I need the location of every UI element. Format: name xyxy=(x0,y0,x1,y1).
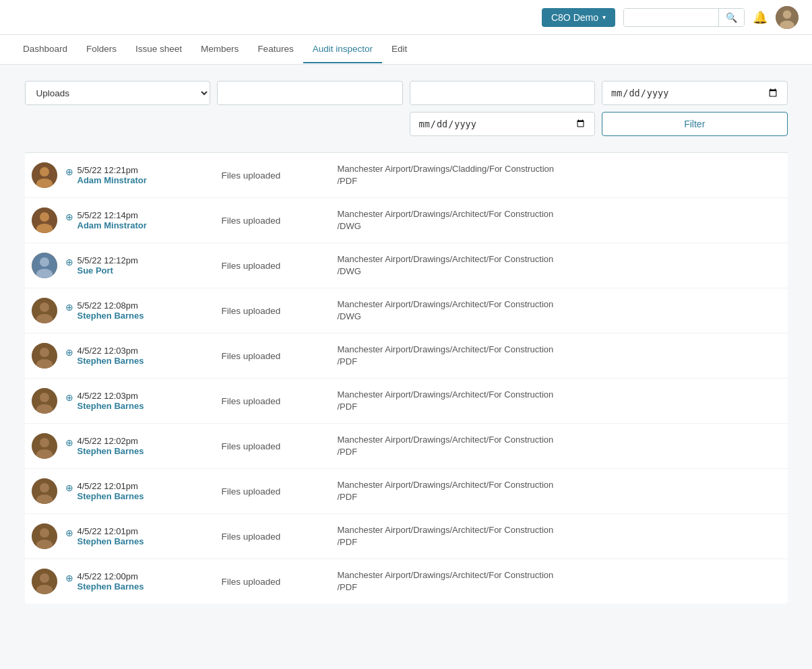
event-time: 4/5/22 12:00pm xyxy=(77,571,144,581)
event-action: Files uploaded xyxy=(222,441,330,451)
event-meta: 5/5/22 12:12pm Sue Port xyxy=(77,255,138,276)
search-icon: 🔍 xyxy=(726,12,737,23)
event-user: Stephen Barnes xyxy=(77,446,144,456)
event-user: Stephen Barnes xyxy=(77,401,144,411)
audit-row: ⊕ 4/5/22 12:01pm Stephen Barnes Files up… xyxy=(25,469,788,514)
event-path: Manchester Airport/Drawings/Architect/Fo… xyxy=(338,569,781,594)
type-filter-select[interactable]: Uploads xyxy=(25,81,211,105)
event-user: Stephen Barnes xyxy=(77,491,144,501)
plus-icon: ⊕ xyxy=(65,212,73,222)
nav-edit[interactable]: Edit xyxy=(382,36,416,63)
event-info: ⊕ 4/5/22 12:02pm Stephen Barnes xyxy=(65,436,214,456)
user-avatar xyxy=(32,478,57,504)
event-action: Files uploaded xyxy=(222,306,330,316)
dropdown-arrow-icon: ▾ xyxy=(602,13,606,21)
plus-icon: ⊕ xyxy=(65,392,73,403)
event-info: ⊕ 5/5/22 12:08pm Stephen Barnes xyxy=(65,300,214,321)
event-time: 4/5/22 12:01pm xyxy=(77,526,144,536)
user-filter-input[interactable] xyxy=(217,81,403,105)
date-from-input[interactable] xyxy=(410,112,596,136)
audit-list: ⊕ 5/5/22 12:21pm Adam Minstrator Files u… xyxy=(25,153,788,604)
plus-icon: ⊕ xyxy=(65,166,73,177)
event-info: ⊕ 4/5/22 12:03pm Stephen Barnes xyxy=(65,346,214,366)
event-meta: 4/5/22 12:02pm Stephen Barnes xyxy=(77,436,144,456)
svg-point-25 xyxy=(40,483,49,492)
svg-point-7 xyxy=(40,212,49,222)
search-button[interactable]: 🔍 xyxy=(718,9,744,26)
plus-icon: ⊕ xyxy=(65,257,73,267)
event-path: Manchester Airport/Drawings/Cladding/For… xyxy=(338,163,781,187)
event-user: Stephen Barnes xyxy=(77,536,144,546)
filter-bar: Uploads Filter xyxy=(25,81,788,136)
audit-row: ⊕ 5/5/22 12:12pm Sue Port Files uploaded… xyxy=(25,243,788,288)
event-time: 4/5/22 12:02pm xyxy=(77,436,144,446)
event-path: Manchester Airport/Drawings/Architect/Fo… xyxy=(338,524,781,548)
search-input[interactable] xyxy=(624,9,718,26)
event-action: Files uploaded xyxy=(222,351,330,361)
event-info: ⊕ 5/5/22 12:12pm Sue Port xyxy=(65,255,214,276)
event-action: Files uploaded xyxy=(222,261,330,271)
event-action: Files uploaded xyxy=(222,486,330,497)
plus-icon: ⊕ xyxy=(65,347,73,358)
nav-features[interactable]: Features xyxy=(248,36,303,63)
nav-members[interactable]: Members xyxy=(191,36,248,63)
event-user: Adam Minstrator xyxy=(77,175,147,185)
svg-point-1 xyxy=(783,10,792,19)
event-user: Stephen Barnes xyxy=(77,311,144,321)
plus-icon: ⊕ xyxy=(65,528,73,538)
search-bar: 🔍 xyxy=(623,8,745,27)
event-time: 5/5/22 12:14pm xyxy=(77,210,147,220)
user-avatar xyxy=(32,569,57,594)
event-meta: 4/5/22 12:01pm Stephen Barnes xyxy=(77,481,144,501)
event-filter-input[interactable] xyxy=(410,81,596,105)
filter-button[interactable]: Filter xyxy=(602,112,788,136)
event-user: Adam Minstrator xyxy=(77,220,147,230)
audit-row: ⊕ 4/5/22 12:01pm Stephen Barnes Files up… xyxy=(25,514,788,559)
nav-dashboard[interactable]: Dashboard xyxy=(13,36,77,63)
date-to-input[interactable] xyxy=(602,81,788,105)
user-avatar[interactable] xyxy=(776,6,799,29)
audit-row: ⊕ 5/5/22 12:14pm Adam Minstrator Files u… xyxy=(25,198,788,243)
event-time: 5/5/22 12:08pm xyxy=(77,300,144,311)
event-time: 4/5/22 12:03pm xyxy=(77,346,144,356)
event-meta: 5/5/22 12:21pm Adam Minstrator xyxy=(77,165,147,185)
svg-point-31 xyxy=(40,573,49,583)
svg-point-19 xyxy=(40,393,49,402)
avatar-svg xyxy=(776,6,799,29)
event-meta: 4/5/22 12:03pm Stephen Barnes xyxy=(77,346,144,366)
user-avatar xyxy=(32,208,57,233)
main-content: Uploads Filter ⊕ 5/5/22 12:21pm Adam Min… xyxy=(9,65,804,620)
svg-point-28 xyxy=(40,528,49,538)
event-user: Stephen Barnes xyxy=(77,581,144,592)
audit-row: ⊕ 4/5/22 12:02pm Stephen Barnes Files up… xyxy=(25,424,788,469)
demo-label: C8O Demo xyxy=(551,12,598,23)
event-info: ⊕ 4/5/22 12:01pm Stephen Barnes xyxy=(65,481,214,501)
plus-icon: ⊕ xyxy=(65,302,73,313)
event-action: Files uploaded xyxy=(222,396,330,406)
notifications-icon[interactable]: 🔔 xyxy=(753,10,768,25)
event-path: Manchester Airport/Drawings/Architect/Fo… xyxy=(338,253,781,278)
audit-row: ⊕ 5/5/22 12:08pm Stephen Barnes Files up… xyxy=(25,288,788,333)
event-path: Manchester Airport/Drawings/Architect/Fo… xyxy=(338,298,781,323)
event-path: Manchester Airport/Drawings/Architect/Fo… xyxy=(338,389,781,413)
nav-issue-sheet[interactable]: Issue sheet xyxy=(126,36,191,63)
nav-folders[interactable]: Folders xyxy=(77,36,126,63)
audit-row: ⊕ 4/5/22 12:03pm Stephen Barnes Files up… xyxy=(25,379,788,424)
user-avatar xyxy=(32,253,57,278)
nav-audit-inspector[interactable]: Audit inspector xyxy=(303,36,382,63)
event-action: Files uploaded xyxy=(222,532,330,542)
plus-icon: ⊕ xyxy=(65,437,73,448)
sub-navbar: Dashboard Folders Issue sheet Members Fe… xyxy=(0,35,812,65)
event-path: Manchester Airport/Drawings/Architect/Fo… xyxy=(338,434,781,458)
event-info: ⊕ 5/5/22 12:21pm Adam Minstrator xyxy=(65,165,214,185)
event-info: ⊕ 4/5/22 12:00pm Stephen Barnes xyxy=(65,571,214,592)
audit-row: ⊕ 5/5/22 12:21pm Adam Minstrator Files u… xyxy=(25,153,788,198)
plus-icon: ⊕ xyxy=(65,482,73,493)
event-meta: 5/5/22 12:08pm Stephen Barnes xyxy=(77,300,144,321)
event-time: 4/5/22 12:01pm xyxy=(77,481,144,491)
top-navbar: C8O Demo ▾ 🔍 🔔 xyxy=(0,0,812,35)
user-avatar xyxy=(32,162,57,188)
svg-point-4 xyxy=(40,167,49,177)
event-action: Files uploaded xyxy=(222,577,330,587)
demo-dropdown-button[interactable]: C8O Demo ▾ xyxy=(542,8,615,27)
